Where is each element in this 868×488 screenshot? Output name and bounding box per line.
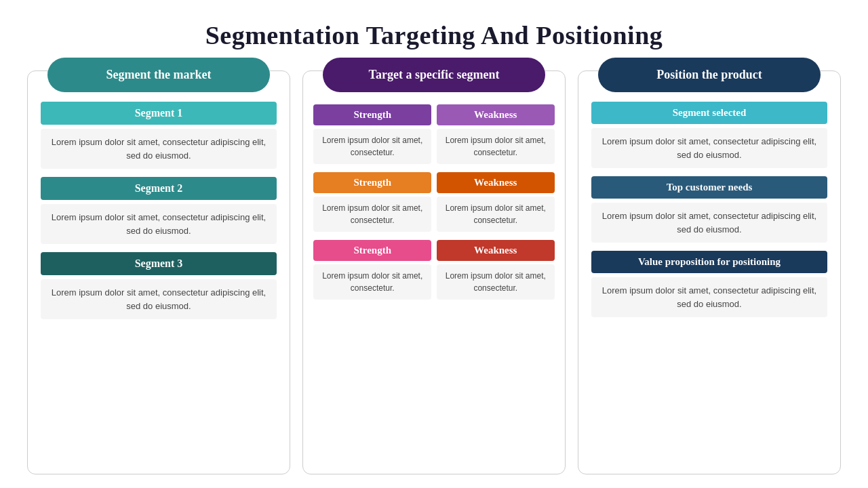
pos3-label: Value proposition for positioning <box>591 251 827 273</box>
column-target: Target a specific segment Strength Lorem… <box>302 70 566 474</box>
wk1-text: Lorem ipsum dolor sit amet, consectetur. <box>437 129 555 164</box>
pos-block-3: Value proposition for positioning Lorem … <box>591 251 827 317</box>
str2-text: Lorem ipsum dolor sit amet, consectetur. <box>313 197 431 232</box>
wk2-label: Weakness <box>437 172 555 193</box>
sw-cell-str3: Strength Lorem ipsum dolor sit amet, con… <box>313 240 431 300</box>
page-title: Segmentation Targeting And Positioning <box>205 20 663 50</box>
sw-cell-str1: Strength Lorem ipsum dolor sit amet, con… <box>313 104 431 164</box>
pos1-text: Lorem ipsum dolor sit amet, consectetur … <box>591 128 827 168</box>
wk3-label: Weakness <box>437 240 555 261</box>
sw-row-1: Strength Lorem ipsum dolor sit amet, con… <box>313 104 554 164</box>
str2-label: Strength <box>313 172 431 193</box>
segment-block-1: Segment 1 Lorem ipsum dolor sit amet, co… <box>41 102 276 169</box>
str1-label: Strength <box>313 104 431 125</box>
pos1-label: Segment selected <box>591 102 827 124</box>
col1-header: Segment the market <box>47 58 270 92</box>
segment1-text: Lorem ipsum dolor sit amet, consectetur … <box>41 129 276 169</box>
pos2-label: Top customer needs <box>591 176 827 199</box>
wk3-text: Lorem ipsum dolor sit amet, consectetur. <box>437 264 555 300</box>
pos3-text: Lorem ipsum dolor sit amet, consectetur … <box>591 277 827 317</box>
str1-text: Lorem ipsum dolor sit amet, consectetur. <box>313 129 431 164</box>
segment2-text: Lorem ipsum dolor sit amet, consectetur … <box>41 204 276 244</box>
segment1-label: Segment 1 <box>41 102 276 125</box>
segment-block-2: Segment 2 Lorem ipsum dolor sit amet, co… <box>41 177 276 244</box>
sw-row-3: Strength Lorem ipsum dolor sit amet, con… <box>313 240 554 300</box>
wk1-label: Weakness <box>437 104 555 125</box>
wk2-text: Lorem ipsum dolor sit amet, consectetur. <box>437 197 555 232</box>
column-segment: Segment the market Segment 1 Lorem ipsum… <box>27 70 290 474</box>
sw-cell-str2: Strength Lorem ipsum dolor sit amet, con… <box>313 172 431 232</box>
str3-label: Strength <box>313 240 431 261</box>
page: Segmentation Targeting And Positioning S… <box>0 0 868 488</box>
sw-row-2: Strength Lorem ipsum dolor sit amet, con… <box>313 172 554 232</box>
segment3-label: Segment 3 <box>41 252 276 275</box>
col3-header: Position the product <box>598 58 821 92</box>
pos-block-1: Segment selected Lorem ipsum dolor sit a… <box>591 102 827 168</box>
pos2-text: Lorem ipsum dolor sit amet, consectetur … <box>591 203 827 243</box>
sw-grid: Strength Lorem ipsum dolor sit amet, con… <box>313 104 554 300</box>
columns-container: Segment the market Segment 1 Lorem ipsum… <box>27 70 841 474</box>
str3-text: Lorem ipsum dolor sit amet, consectetur. <box>313 264 431 300</box>
column-position: Position the product Segment selected Lo… <box>578 70 841 474</box>
segment2-label: Segment 2 <box>41 177 276 200</box>
segment3-text: Lorem ipsum dolor sit amet, consectetur … <box>41 279 276 319</box>
col2-header: Target a specific segment <box>323 58 545 92</box>
segment-block-3: Segment 3 Lorem ipsum dolor sit amet, co… <box>41 252 276 319</box>
sw-cell-wk3: Weakness Lorem ipsum dolor sit amet, con… <box>437 240 555 300</box>
pos-block-2: Top customer needs Lorem ipsum dolor sit… <box>591 176 827 243</box>
sw-cell-wk2: Weakness Lorem ipsum dolor sit amet, con… <box>437 172 555 232</box>
sw-cell-wk1: Weakness Lorem ipsum dolor sit amet, con… <box>437 104 555 164</box>
